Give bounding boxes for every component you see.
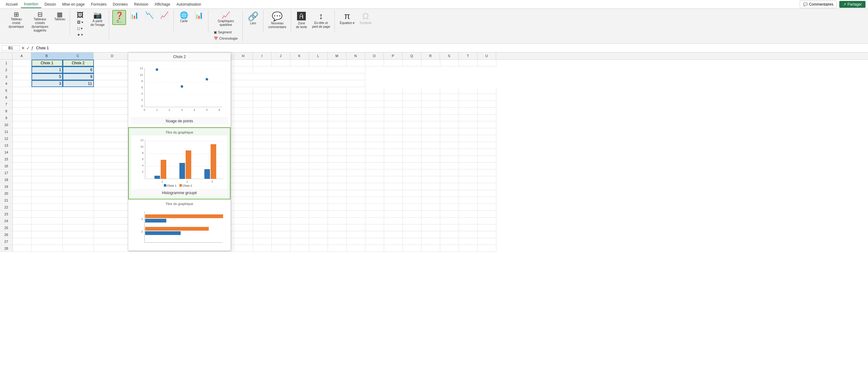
- col-header-o[interactable]: O: [365, 53, 384, 59]
- cell-U19[interactable]: [478, 183, 496, 190]
- carte2-btn[interactable]: 📊: [192, 10, 206, 21]
- cell-A18[interactable]: [13, 176, 32, 183]
- cell-C14[interactable]: [63, 149, 94, 156]
- cell-T28[interactable]: [459, 245, 478, 252]
- row-num-2[interactable]: 2: [0, 66, 12, 73]
- cell-M16[interactable]: [328, 163, 347, 169]
- cell-D8[interactable]: [94, 108, 131, 115]
- cell-N9[interactable]: [347, 115, 365, 121]
- cell-Q22[interactable]: [403, 204, 422, 211]
- graphiques-btn[interactable]: 📊: [127, 10, 141, 21]
- cell-H12[interactable]: [234, 135, 253, 142]
- menu-insertion[interactable]: Insertion: [21, 1, 41, 8]
- row-num-28[interactable]: 28: [0, 245, 12, 252]
- cell-b1[interactable]: Choix 1: [32, 60, 63, 66]
- cell-I24[interactable]: [253, 218, 272, 224]
- cell-Q27[interactable]: [403, 238, 422, 245]
- cell-H23[interactable]: [234, 211, 253, 218]
- row-num-15[interactable]: 15: [0, 156, 12, 163]
- cell-O19[interactable]: [365, 183, 384, 190]
- cell-K28[interactable]: [290, 245, 309, 252]
- cell-O23[interactable]: [365, 211, 384, 218]
- cell-J5[interactable]: [272, 87, 290, 94]
- cell-J14[interactable]: [272, 149, 290, 156]
- cell-R7[interactable]: [422, 101, 440, 108]
- cell-I27[interactable]: [253, 238, 272, 245]
- cell-D18[interactable]: [94, 176, 131, 183]
- col-header-j[interactable]: J: [272, 53, 290, 59]
- cell-U6[interactable]: [478, 94, 496, 101]
- cell-C7[interactable]: [63, 101, 94, 108]
- cell-D22[interactable]: [94, 204, 131, 211]
- cell-H26[interactable]: [234, 231, 253, 238]
- confirm-formula-icon[interactable]: ✓: [26, 45, 30, 51]
- cell-P9[interactable]: [384, 115, 403, 121]
- cell-R11[interactable]: [422, 128, 440, 135]
- cell-D10[interactable]: [94, 121, 131, 128]
- segment-btn[interactable]: ▣ Segment: [212, 29, 240, 35]
- cell-t1[interactable]: [459, 60, 478, 66]
- cell-N7[interactable]: [347, 101, 365, 108]
- cell-U27[interactable]: [478, 238, 496, 245]
- cell-J16[interactable]: [272, 163, 290, 169]
- cell-A7[interactable]: [13, 101, 32, 108]
- cell-C17[interactable]: [63, 169, 94, 176]
- cell-H25[interactable]: [234, 224, 253, 231]
- cell-S14[interactable]: [440, 149, 459, 156]
- cell-O27[interactable]: [365, 238, 384, 245]
- cell-C5[interactable]: [63, 87, 94, 94]
- cell-T14[interactable]: [459, 149, 478, 156]
- cell-T17[interactable]: [459, 169, 478, 176]
- cell-M19[interactable]: [328, 183, 347, 190]
- cell-K22[interactable]: [290, 204, 309, 211]
- cell-O10[interactable]: [365, 121, 384, 128]
- cell-N28[interactable]: [347, 245, 365, 252]
- cell-K20[interactable]: [290, 190, 309, 197]
- cell-S23[interactable]: [440, 211, 459, 218]
- cell-C21[interactable]: [63, 197, 94, 204]
- cell-K21[interactable]: [290, 197, 309, 204]
- cell-R18[interactable]: [422, 176, 440, 183]
- row-num-17[interactable]: 17: [0, 169, 12, 176]
- cell-I26[interactable]: [253, 231, 272, 238]
- cell-s1[interactable]: [440, 60, 459, 66]
- cell-S15[interactable]: [440, 156, 459, 163]
- cell-A24[interactable]: [13, 218, 32, 224]
- cell-P18[interactable]: [384, 176, 403, 183]
- cell-C24[interactable]: [63, 218, 94, 224]
- cell-d3[interactable]: [94, 73, 131, 80]
- cell-rest-4[interactable]: [234, 80, 365, 87]
- cell-U21[interactable]: [478, 197, 496, 204]
- cell-D5[interactable]: [94, 87, 131, 94]
- cell-A26[interactable]: [13, 231, 32, 238]
- row-num-3[interactable]: 3: [0, 73, 12, 80]
- cell-S22[interactable]: [440, 204, 459, 211]
- cell-A9[interactable]: [13, 115, 32, 121]
- cell-L20[interactable]: [309, 190, 328, 197]
- row-num-13[interactable]: 13: [0, 142, 12, 149]
- cell-C19[interactable]: [63, 183, 94, 190]
- cell-N20[interactable]: [347, 190, 365, 197]
- cell-H8[interactable]: [234, 108, 253, 115]
- cell-T7[interactable]: [459, 101, 478, 108]
- cell-I11[interactable]: [253, 128, 272, 135]
- cell-M17[interactable]: [328, 169, 347, 176]
- cell-O7[interactable]: [365, 101, 384, 108]
- cell-R14[interactable]: [422, 149, 440, 156]
- sparkline-btn[interactable]: 📈 Graphiquessparkline: [216, 10, 236, 28]
- cell-J12[interactable]: [272, 135, 290, 142]
- chronologie-btn[interactable]: 📅 Chronologie: [212, 36, 240, 41]
- cell-C23[interactable]: [63, 211, 94, 218]
- cell-T9[interactable]: [459, 115, 478, 121]
- cell-A25[interactable]: [13, 224, 32, 231]
- cell-S16[interactable]: [440, 163, 459, 169]
- cell-J28[interactable]: [272, 245, 290, 252]
- row-num-4[interactable]: 4: [0, 80, 12, 87]
- cell-a2[interactable]: [13, 66, 32, 73]
- cell-b4[interactable]: 3: [32, 80, 63, 87]
- cell-J21[interactable]: [272, 197, 290, 204]
- cell-J8[interactable]: [272, 108, 290, 115]
- cell-N19[interactable]: [347, 183, 365, 190]
- grouped-bar-chart-option[interactable]: Titre du graphique 12 10 8 6 4 2 1 2: [128, 127, 230, 199]
- cell-M12[interactable]: [328, 135, 347, 142]
